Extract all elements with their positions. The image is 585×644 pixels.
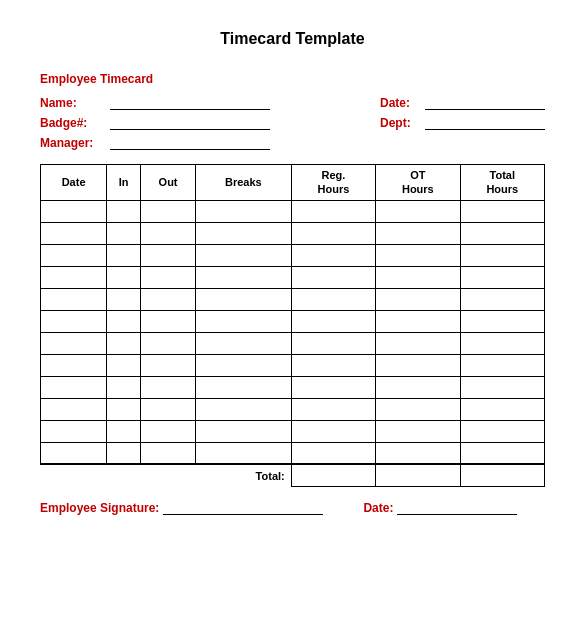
table-cell[interactable] bbox=[376, 288, 460, 310]
table-cell[interactable] bbox=[376, 354, 460, 376]
table-cell[interactable] bbox=[41, 288, 107, 310]
table-cell[interactable] bbox=[291, 310, 375, 332]
table-cell[interactable] bbox=[196, 310, 292, 332]
table-cell[interactable] bbox=[460, 398, 544, 420]
table-cell[interactable] bbox=[460, 310, 544, 332]
table-cell[interactable] bbox=[196, 332, 292, 354]
table-cell[interactable] bbox=[107, 420, 141, 442]
table-cell[interactable] bbox=[460, 244, 544, 266]
table-cell[interactable] bbox=[460, 200, 544, 222]
table-cell[interactable] bbox=[141, 200, 196, 222]
table-cell[interactable] bbox=[291, 288, 375, 310]
table-cell[interactable] bbox=[376, 398, 460, 420]
table-cell[interactable] bbox=[141, 376, 196, 398]
table-cell[interactable] bbox=[141, 222, 196, 244]
table-cell[interactable] bbox=[107, 398, 141, 420]
badge-input-line[interactable] bbox=[110, 116, 270, 130]
table-cell[interactable] bbox=[196, 244, 292, 266]
table-cell[interactable] bbox=[41, 222, 107, 244]
table-cell[interactable] bbox=[196, 376, 292, 398]
table-cell[interactable] bbox=[291, 222, 375, 244]
table-cell[interactable] bbox=[141, 442, 196, 464]
table-cell[interactable] bbox=[107, 442, 141, 464]
form-fields: Name: Date: Badge#: Dept: Manager: bbox=[40, 96, 545, 150]
table-cell[interactable] bbox=[41, 310, 107, 332]
table-cell[interactable] bbox=[141, 288, 196, 310]
table-cell[interactable] bbox=[291, 266, 375, 288]
table-cell[interactable] bbox=[141, 398, 196, 420]
table-cell[interactable] bbox=[376, 310, 460, 332]
table-cell[interactable] bbox=[291, 244, 375, 266]
table-cell[interactable] bbox=[291, 200, 375, 222]
table-cell[interactable] bbox=[107, 200, 141, 222]
sig-date-line[interactable] bbox=[397, 501, 517, 515]
date-input-line[interactable] bbox=[425, 96, 545, 110]
table-row bbox=[41, 310, 545, 332]
table-cell[interactable] bbox=[376, 200, 460, 222]
total-reg-hours[interactable] bbox=[291, 464, 375, 486]
table-cell[interactable] bbox=[196, 222, 292, 244]
signature-row: Employee Signature: Date: bbox=[40, 501, 545, 515]
table-cell[interactable] bbox=[141, 354, 196, 376]
table-cell[interactable] bbox=[196, 200, 292, 222]
table-cell[interactable] bbox=[107, 288, 141, 310]
table-cell[interactable] bbox=[107, 266, 141, 288]
table-cell[interactable] bbox=[141, 332, 196, 354]
table-cell[interactable] bbox=[107, 244, 141, 266]
table-cell[interactable] bbox=[291, 398, 375, 420]
total-total-hours[interactable] bbox=[460, 464, 544, 486]
table-cell[interactable] bbox=[141, 310, 196, 332]
table-cell[interactable] bbox=[196, 442, 292, 464]
table-cell[interactable] bbox=[107, 310, 141, 332]
employee-sig-line[interactable] bbox=[163, 501, 323, 515]
table-cell[interactable] bbox=[460, 222, 544, 244]
table-cell[interactable] bbox=[376, 332, 460, 354]
table-cell[interactable] bbox=[141, 244, 196, 266]
table-cell[interactable] bbox=[460, 376, 544, 398]
table-cell[interactable] bbox=[376, 420, 460, 442]
table-cell[interactable] bbox=[376, 266, 460, 288]
table-cell[interactable] bbox=[41, 398, 107, 420]
table-cell[interactable] bbox=[107, 222, 141, 244]
table-cell[interactable] bbox=[41, 200, 107, 222]
dept-input-line[interactable] bbox=[425, 116, 545, 130]
section-title: Employee Timecard bbox=[40, 72, 545, 86]
table-cell[interactable] bbox=[41, 244, 107, 266]
table-cell[interactable] bbox=[196, 354, 292, 376]
col-header-date: Date bbox=[41, 165, 107, 201]
table-cell[interactable] bbox=[141, 266, 196, 288]
table-cell[interactable] bbox=[376, 376, 460, 398]
table-cell[interactable] bbox=[41, 354, 107, 376]
table-cell[interactable] bbox=[107, 354, 141, 376]
manager-input-line[interactable] bbox=[110, 136, 270, 150]
table-cell[interactable] bbox=[460, 332, 544, 354]
table-cell[interactable] bbox=[291, 354, 375, 376]
table-cell[interactable] bbox=[376, 442, 460, 464]
table-cell[interactable] bbox=[196, 266, 292, 288]
table-cell[interactable] bbox=[141, 420, 196, 442]
table-cell[interactable] bbox=[460, 442, 544, 464]
table-cell[interactable] bbox=[196, 288, 292, 310]
table-cell[interactable] bbox=[196, 420, 292, 442]
table-cell[interactable] bbox=[460, 354, 544, 376]
table-cell[interactable] bbox=[376, 222, 460, 244]
table-cell[interactable] bbox=[291, 420, 375, 442]
table-cell[interactable] bbox=[41, 332, 107, 354]
name-input-line[interactable] bbox=[110, 96, 270, 110]
table-cell[interactable] bbox=[107, 332, 141, 354]
table-cell[interactable] bbox=[291, 442, 375, 464]
table-cell[interactable] bbox=[460, 288, 544, 310]
table-cell[interactable] bbox=[376, 244, 460, 266]
table-cell[interactable] bbox=[41, 420, 107, 442]
total-ot-hours[interactable] bbox=[376, 464, 460, 486]
table-cell[interactable] bbox=[460, 420, 544, 442]
table-cell[interactable] bbox=[196, 398, 292, 420]
manager-field-group: Manager: bbox=[40, 136, 290, 150]
table-cell[interactable] bbox=[460, 266, 544, 288]
table-cell[interactable] bbox=[291, 376, 375, 398]
table-cell[interactable] bbox=[107, 376, 141, 398]
table-cell[interactable] bbox=[41, 266, 107, 288]
table-cell[interactable] bbox=[41, 442, 107, 464]
table-cell[interactable] bbox=[291, 332, 375, 354]
table-cell[interactable] bbox=[41, 376, 107, 398]
